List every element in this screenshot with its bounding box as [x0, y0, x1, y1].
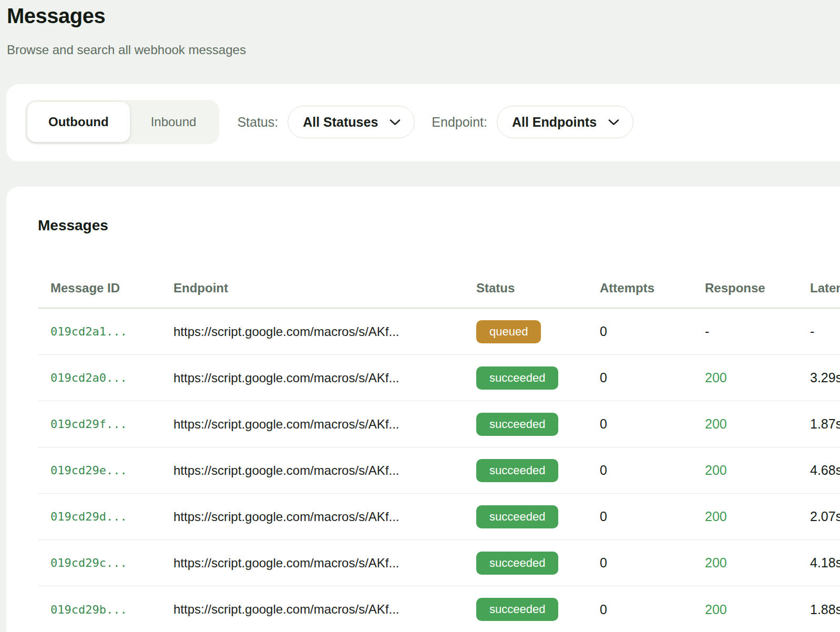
- endpoint-url: https://script.google.com/macros/s/AKf..…: [161, 463, 464, 478]
- response-code: 200: [692, 416, 797, 432]
- response-code: 200: [692, 555, 797, 570]
- latency-value: 1.87s: [797, 416, 840, 432]
- column-header-attempts: Attempts: [587, 281, 692, 295]
- attempts-value: 0: [587, 370, 692, 385]
- chevron-down-icon: [390, 119, 401, 126]
- table-row[interactable]: 019cd2a0... https://script.google.com/ma…: [38, 355, 840, 401]
- table-row[interactable]: 019cd29e... https://script.google.com/ma…: [38, 447, 840, 494]
- latency-value: -: [797, 324, 840, 339]
- messages-table: Message ID Endpoint Status Attempts Resp…: [38, 269, 840, 632]
- column-header-latency: Latency: [797, 281, 840, 295]
- column-header-response: Response: [692, 281, 797, 295]
- status-badge: succeeded: [476, 598, 558, 621]
- status-select-value: All Statuses: [303, 115, 378, 130]
- endpoint-select[interactable]: All Endpoints: [497, 106, 633, 138]
- endpoint-url: https://script.google.com/macros/s/AKf..…: [161, 371, 464, 385]
- attempts-value: 0: [587, 509, 692, 524]
- status-badge: succeeded: [476, 505, 558, 528]
- column-header-message-id: Message ID: [38, 281, 161, 295]
- latency-value: 3.29s: [797, 370, 840, 385]
- endpoint-url: https://script.google.com/macros/s/AKf..…: [161, 556, 464, 570]
- chevron-down-icon: [608, 119, 619, 126]
- message-id-link[interactable]: 019cd29f...: [38, 417, 161, 431]
- message-id-link[interactable]: 019cd29e...: [38, 464, 161, 477]
- message-id-link[interactable]: 019cd29c...: [38, 556, 161, 569]
- message-id-link[interactable]: 019cd29b...: [38, 603, 161, 616]
- status-badge: succeeded: [476, 552, 558, 575]
- status-badge: succeeded: [476, 459, 558, 482]
- response-code: 200: [692, 370, 797, 385]
- latency-value: 1.88s: [797, 602, 840, 617]
- table-header-row: Message ID Endpoint Status Attempts Resp…: [38, 269, 840, 309]
- column-header-endpoint: Endpoint: [161, 281, 464, 295]
- endpoint-url: https://script.google.com/macros/s/AKf..…: [161, 417, 464, 432]
- page-title: Messages: [7, 3, 840, 28]
- status-select[interactable]: All Statuses: [288, 106, 415, 138]
- direction-toggle: Outbound Inbound: [25, 100, 219, 144]
- response-code: 200: [692, 509, 797, 524]
- status-filter-label: Status:: [237, 115, 278, 130]
- table-row[interactable]: 019cd29d... https://script.google.com/ma…: [38, 494, 840, 540]
- message-id-link[interactable]: 019cd2a0...: [38, 371, 161, 384]
- message-id-link[interactable]: 019cd29d...: [38, 510, 161, 523]
- status-badge: succeeded: [476, 413, 558, 436]
- latency-value: 4.18s: [797, 555, 840, 570]
- attempts-value: 0: [587, 324, 692, 339]
- table-row[interactable]: 019cd29c... https://script.google.com/ma…: [38, 540, 840, 586]
- message-id-link[interactable]: 019cd2a1...: [38, 325, 161, 338]
- latency-value: 2.07s: [797, 509, 840, 524]
- table-row[interactable]: 019cd29f... https://script.google.com/ma…: [38, 401, 840, 447]
- endpoint-select-value: All Endpoints: [512, 115, 597, 130]
- tab-inbound[interactable]: Inbound: [130, 102, 218, 142]
- messages-panel: Messages Message ID Endpoint Status Atte…: [6, 187, 840, 632]
- attempts-value: 0: [587, 555, 692, 570]
- response-code: 200: [692, 602, 797, 617]
- latency-value: 4.68s: [797, 463, 840, 478]
- status-badge: succeeded: [476, 366, 558, 390]
- column-header-status: Status: [464, 281, 587, 295]
- endpoint-url: https://script.google.com/macros/s/AKf..…: [161, 509, 464, 524]
- attempts-value: 0: [587, 463, 692, 478]
- endpoint-url: https://script.google.com/macros/s/AKf..…: [161, 324, 464, 339]
- attempts-value: 0: [587, 602, 692, 617]
- response-code: -: [692, 324, 797, 339]
- status-badge: queued: [476, 320, 541, 343]
- page-header: Messages Browse and search all webhook m…: [0, 0, 840, 59]
- filter-bar: Outbound Inbound Status: All Statuses En…: [6, 84, 840, 161]
- table-row[interactable]: 019cd2a1... https://script.google.com/ma…: [38, 309, 840, 355]
- table-row[interactable]: 019cd29b... https://script.google.com/ma…: [38, 586, 840, 632]
- endpoint-filter-label: Endpoint:: [432, 115, 487, 130]
- response-code: 200: [692, 463, 797, 478]
- tab-outbound[interactable]: Outbound: [27, 102, 130, 142]
- attempts-value: 0: [587, 416, 692, 432]
- page-subtitle: Browse and search all webhook messages: [7, 41, 840, 59]
- panel-title: Messages: [38, 216, 840, 235]
- endpoint-url: https://script.google.com/macros/s/AKf..…: [161, 602, 464, 617]
